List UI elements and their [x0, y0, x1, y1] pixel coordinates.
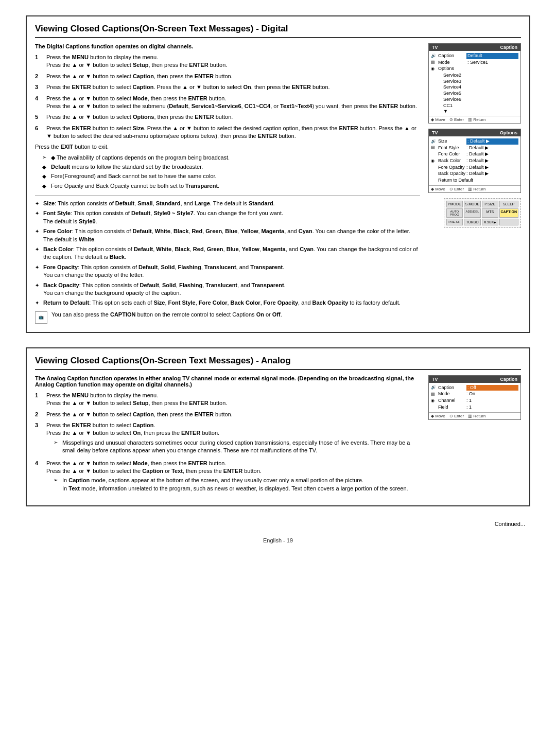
caption-icon: 📺 — [35, 311, 47, 324]
caption-row-options: ◉ Options — [431, 66, 518, 72]
caption-menu-header: TV Caption — [429, 44, 520, 51]
digital-section-title: Viewing Closed Captions(On-Screen Text M… — [35, 24, 521, 38]
caption-note-text: You can also press the CAPTION button on… — [51, 311, 282, 318]
step-1: 1 Press the MENU button to display the m… — [35, 54, 420, 69]
analog-caption-footer: ◆ Move ⊙ Enter ▥ Return — [429, 412, 520, 419]
step-3: 3 Press the ENTER button to select Capti… — [35, 83, 420, 91]
remote-btn-caption: CAPTION — [499, 208, 519, 218]
options-menu-ui: TV Options 🔊 Size : Default ▶ ▤ Font Sty… — [428, 129, 521, 193]
note-fore-back: ◆ Fore(Foreground) and Back cannot be se… — [35, 172, 420, 180]
page-footer: English - 19 — [26, 537, 530, 543]
options-menu-footer: ◆ Move ⊙ Enter ▥ Return — [429, 185, 520, 192]
footer-page-num: 19 — [287, 537, 293, 543]
analog-row-channel: ◉ Channel : 1 — [431, 398, 518, 404]
analog-row-mode: ▤ Mode : On — [431, 391, 518, 397]
caption-submenu-list: Service2 Service3 Service4 Service5 Serv… — [431, 73, 518, 115]
analog-row-speaker: 🔊 Caption : Off — [431, 385, 518, 391]
remote-grid: PMODE S.MODE P.SIZE SLEEP AUTO PROG ADD/… — [446, 201, 518, 225]
step-4: 4 Press the ▲ or ▼ button to select Mode… — [35, 95, 420, 111]
digital-section-main: The Digital Captions function operates o… — [35, 43, 420, 324]
digital-ui-mockups: TV Caption 🔊 Caption Default ▤ Mode : Se… — [428, 43, 521, 324]
caption-button-note: 📺 You can also press the CAPTION button … — [35, 311, 420, 324]
options-menu-header: TV Options — [429, 129, 520, 136]
caption-menu-body: 🔊 Caption Default ▤ Mode : Service1 ◉ Op… — [429, 51, 520, 116]
remote-mockup: PMODE S.MODE P.SIZE SLEEP AUTO PROG ADD/… — [444, 198, 521, 228]
opt-row-backopacity: Back Opacity : Default ▶ — [431, 171, 518, 177]
opt-row-returndefault: Return to Default — [431, 178, 518, 184]
remote-btn-turbo: TURBO — [464, 219, 481, 225]
remote-area: PMODE S.MODE P.SIZE SLEEP AUTO PROG ADD/… — [428, 198, 521, 228]
press-exit: Press the EXIT button to exit. — [35, 144, 420, 150]
remote-btn-prech: PRE-CH — [446, 219, 463, 225]
remote-btn-smode: S.MODE — [464, 201, 481, 207]
analog-step3-subnote: ➢ Misspellings and unusual characters so… — [54, 439, 420, 455]
opt-return-default: ✦ Return to Default: This option sets ea… — [35, 299, 420, 307]
digital-notes: ➢ ◆ The availability of captions depends… — [35, 154, 420, 190]
opt-row-foreopacity: Fore Opacity : Default ▶ — [431, 165, 518, 171]
analog-section-title: Viewing Closed Captions(On-Screen Text M… — [35, 356, 521, 370]
opt-fore-opacity: ✦ Fore Opacity: This option consists of … — [35, 263, 420, 279]
note-availability: ➢ ◆ The availability of captions depends… — [42, 154, 420, 162]
continued-text: Continued... — [26, 521, 530, 527]
step-2: 2 Press the ▲ or ▼ button to select Capt… — [35, 73, 420, 80]
opt-row-backcolor: ◉ Back Color : Default ▶ — [431, 158, 518, 164]
remote-btn-psize: P.SIZE — [482, 201, 498, 207]
analog-step4-subnote1: ➢ In Caption mode, captions appear at th… — [54, 477, 420, 493]
note-default: ◆ Default means to follow the standard s… — [35, 163, 420, 171]
analog-section: Viewing Closed Captions(On-Screen Text M… — [26, 347, 530, 506]
remote-btn-rsur: R.SUR▶ — [482, 219, 498, 225]
digital-intro: The Digital Captions function operates o… — [35, 43, 420, 49]
note-opacity: ◆ Fore Opacity and Back Opacity cannot b… — [35, 182, 420, 190]
step-6: 6 Press the ENTER button to select Size.… — [35, 125, 420, 140]
digital-steps: 1 Press the MENU button to display the m… — [35, 54, 420, 140]
step-5: 5 Press the ▲ or ▼ button to select Opti… — [35, 113, 420, 121]
analog-intro: The Analog Caption function operates in … — [35, 375, 420, 388]
opt-back-color: ✦ Back Color: This option consists of De… — [35, 245, 420, 261]
analog-caption-header: TV Caption — [429, 376, 520, 383]
remote-btn-pmode: PMODE — [446, 201, 463, 207]
opt-back-opacity: ✦ Back Opacity: This option consists of … — [35, 282, 420, 297]
analog-section-main: The Analog Caption function operates in … — [35, 375, 420, 497]
analog-caption-ui: TV Caption 🔊 Caption : Off ▤ Mode : On — [428, 375, 521, 420]
opt-row-size: 🔊 Size : Default ▶ — [431, 138, 518, 145]
digital-options: ✦ Size: This option consists of Default,… — [35, 195, 420, 307]
opt-row-forecolor: Fore Color : Default ▶ — [431, 151, 518, 157]
caption-row-mode: ▤ Mode : Service1 — [431, 60, 518, 66]
remote-btn-empty — [499, 219, 519, 225]
analog-step-1: 1 Press the MENU button to display the m… — [35, 392, 420, 408]
opt-row-fontstyle: ▤ Font Style : Default ▶ — [431, 145, 518, 151]
remote-btn-sleep: SLEEP — [499, 201, 519, 207]
remote-btn-mts: MTS — [482, 208, 498, 218]
analog-ui: TV Caption 🔊 Caption : Off ▤ Mode : On — [428, 375, 521, 497]
caption-row-speaker: 🔊 Caption Default — [431, 53, 518, 59]
caption-menu-ui: TV Caption 🔊 Caption Default ▤ Mode : Se… — [428, 43, 521, 124]
digital-section: Viewing Closed Captions(On-Screen Text M… — [26, 15, 530, 333]
opt-font-style: ✦ Font Style: This option consists of De… — [35, 209, 420, 225]
opt-fore-color: ✦ Fore Color: This option consists of De… — [35, 227, 420, 243]
footer-language: English — [263, 537, 282, 543]
analog-step-2: 2 Press the ▲ or ▼ button to select Capt… — [35, 411, 420, 418]
analog-step-3: 3 Press the ENTER button to select Capti… — [35, 421, 420, 456]
opt-size: ✦ Size: This option consists of Default,… — [35, 200, 420, 207]
analog-steps: 1 Press the MENU button to display the m… — [35, 392, 420, 494]
options-menu-body: 🔊 Size : Default ▶ ▤ Font Style : Defaul… — [429, 136, 520, 185]
analog-row-field: Field : 1 — [431, 405, 518, 411]
caption-menu-footer: ◆ Move ⊙ Enter ▥ Return — [429, 116, 520, 123]
remote-btn-autoprog: AUTO PROG — [446, 208, 463, 218]
remote-btn-adddel: ADD/DEL — [464, 208, 481, 218]
analog-step-4: 4 Press the ▲ or ▼ button to select Mode… — [35, 460, 420, 495]
analog-caption-body: 🔊 Caption : Off ▤ Mode : On ◉ Channel : … — [429, 383, 520, 412]
